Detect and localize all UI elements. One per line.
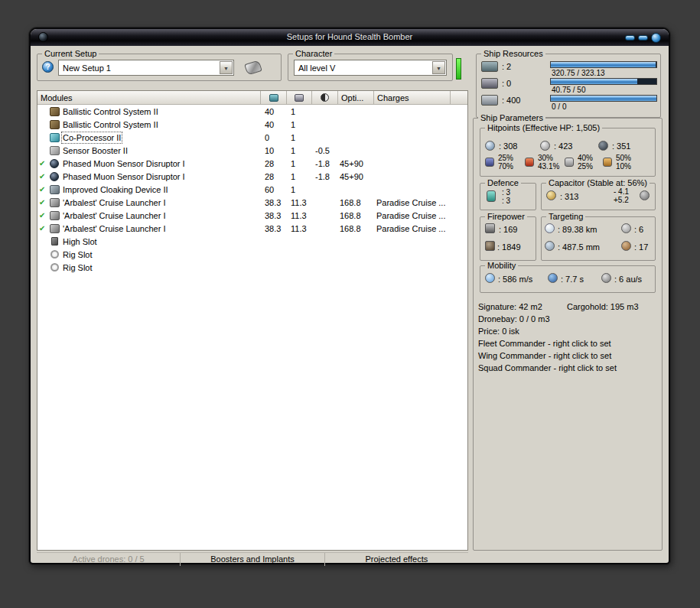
em-resist-top: 25% (498, 154, 513, 162)
module-icon (50, 146, 60, 155)
targeting-range-icon (545, 223, 555, 233)
column-header-cpu[interactable] (261, 91, 287, 105)
modules-header-label: Modules (41, 93, 73, 102)
armor-hp-value: : 423 (554, 141, 572, 151)
module-powergrid-value: 11.3 (291, 211, 307, 220)
module-icon (50, 107, 60, 116)
titlebar[interactable]: Setups for Hound Stealth Bomber (31, 29, 669, 46)
character-select-value: All level V (298, 63, 335, 73)
module-powergrid-value: 11.3 (291, 224, 307, 233)
capacitor-icon (321, 93, 329, 102)
module-charge-value: Paradise Cruise ... (376, 211, 445, 220)
module-icon (50, 263, 59, 271)
max-targets-icon (621, 223, 631, 233)
fleet-commander-stat[interactable]: Fleet Commander - right click to set (478, 339, 611, 348)
cpu-resource-row: : 2 320.75 / 323.13 (480, 60, 657, 76)
module-name: Ballistic Control System II (63, 120, 158, 129)
module-powergrid-value: 1 (291, 172, 295, 181)
ship-resources-label: Ship Resources (481, 49, 545, 58)
module-icon (50, 172, 59, 181)
module-powergrid-value: 1 (291, 107, 295, 116)
scan-resolution-value: : 487.5 mm (558, 242, 600, 252)
cpu-bar-text: 320.75 / 323.13 (552, 69, 605, 77)
kinetic-resist-icon (565, 158, 574, 167)
capacitor-recharge-icon (640, 190, 650, 200)
column-header-charges[interactable]: Charges (374, 91, 451, 105)
module-row[interactable]: Ballistic Control System II 40 1 (37, 106, 467, 119)
max-velocity-icon (485, 273, 495, 283)
character-select[interactable]: All level V ▼ (294, 60, 447, 76)
tab-active-drones[interactable]: Active drones: 0 / 5 (37, 553, 181, 566)
window-body: Current Setup ? New Setup 1 ▼ Character … (31, 46, 669, 563)
em-resist-bottom: 70% (498, 162, 513, 171)
structure-icon (598, 141, 608, 151)
capacitor-group: Capacitor (Stable at: 56%) : 313 - 4.1 +… (541, 183, 656, 210)
module-row[interactable]: ✔ Phased Muon Sensor Disruptor I 28 1 -1… (37, 158, 467, 171)
module-row[interactable]: ✔ 'Arbalest' Cruise Launcher I 38.3 11.3… (37, 197, 467, 210)
module-row[interactable]: Rig Slot (37, 262, 467, 275)
setup-tools-icon[interactable] (243, 60, 264, 75)
module-icon (50, 250, 59, 258)
module-row[interactable]: ✔ 'Arbalest' Cruise Launcher I 38.3 11.3… (37, 223, 467, 236)
current-setup-group: Current Setup ? New Setup 1 ▼ (37, 54, 282, 81)
module-cpu-value: 60 (265, 185, 274, 194)
module-cap-value: -1.8 (315, 172, 330, 181)
module-row[interactable]: ✔ Phased Muon Sensor Disruptor I 28 1 -1… (37, 171, 467, 184)
ship-parameters-group: Ship Parameters Hitpoints (Effective HP:… (473, 118, 663, 551)
explosive-resist-bottom: 10% (616, 162, 631, 171)
explosive-resist-icon (603, 158, 612, 167)
column-header-powergrid[interactable] (287, 91, 312, 105)
module-row[interactable]: Sensor Booster II 10 1 -0.5 (37, 145, 467, 158)
em-resist-icon (485, 158, 494, 167)
dropdown-arrow-icon[interactable]: ▼ (220, 61, 233, 74)
module-name: Phased Muon Sensor Disruptor I (63, 172, 185, 181)
module-powergrid-value: 1 (291, 120, 295, 129)
module-cap-value: -0.5 (315, 146, 330, 155)
module-cpu-value: 28 (265, 159, 274, 168)
column-header-optimal[interactable]: Opti... (338, 91, 374, 105)
ship-resources-group: Ship Resources : 2 320.75 / 323.13 : 0 4… (476, 54, 661, 118)
app-window: Setups for Hound Stealth Bomber Current … (29, 28, 670, 564)
module-icon (51, 237, 58, 245)
module-optimal-value: 168.8 (340, 198, 361, 207)
max-velocity-value: : 586 m/s (498, 275, 532, 284)
agility-value: : 7.7 s (561, 275, 584, 284)
capacitor-drain-value: - 4.1 (614, 187, 629, 196)
column-header-capacitor[interactable] (312, 91, 338, 105)
help-icon[interactable]: ? (42, 61, 54, 73)
cpu-free-value: : 2 (502, 62, 511, 71)
module-row[interactable]: ✔ 'Arbalest' Cruise Launcher I 38.3 11.3… (37, 210, 467, 223)
squad-commander-stat[interactable]: Squad Commander - right click to set (478, 363, 617, 372)
maximize-button[interactable] (638, 35, 648, 41)
wing-commander-stat[interactable]: Wing Commander - right click to set (478, 351, 611, 360)
minimize-button[interactable] (625, 35, 635, 41)
module-icon (50, 198, 60, 207)
tab-projected-effects[interactable]: Projected effects (325, 553, 468, 566)
charges-header-label: Charges (377, 93, 409, 102)
close-button[interactable] (651, 33, 661, 43)
module-row[interactable]: Ballistic Control System II 40 1 (37, 119, 467, 132)
tab-boosters-implants[interactable]: Boosters and Implants (181, 553, 324, 566)
capacitor-recharge-value: +5.2 (614, 196, 629, 204)
column-header-modules[interactable]: Modules (37, 91, 261, 105)
kinetic-resist-bottom: 25% (578, 162, 593, 171)
dps-icon (485, 241, 495, 251)
module-row[interactable]: Co-Processor II 0 1 (37, 132, 467, 145)
module-charge-value: Paradise Cruise ... (376, 224, 445, 233)
mobility-group: Mobility : 586 m/s : 7.7 s : 6 au/s (480, 265, 656, 293)
module-row[interactable]: Rig Slot (37, 249, 467, 262)
dropdown-arrow-icon[interactable]: ▼ (432, 61, 445, 74)
module-row[interactable]: ✔ Improved Cloaking Device II 60 1 (37, 184, 467, 197)
setup-select[interactable]: New Setup 1 ▼ (58, 60, 234, 76)
armor-icon (540, 141, 550, 151)
module-cpu-value: 38.3 (265, 224, 281, 233)
module-cpu-value: 38.3 (265, 198, 281, 207)
module-optimal-value: 168.8 (340, 211, 361, 220)
bottom-tabs: Active drones: 0 / 5 Boosters and Implan… (37, 552, 468, 566)
shield-hp-value: : 308 (499, 141, 517, 151)
module-name: Rig Slot (63, 263, 93, 272)
modules-panel: Modules Opti... Charges Ballistic Contro… (37, 90, 468, 551)
capacitor-value: : 313 (560, 192, 578, 201)
module-row[interactable]: High Slot (37, 236, 467, 249)
app-icon[interactable] (38, 32, 48, 42)
